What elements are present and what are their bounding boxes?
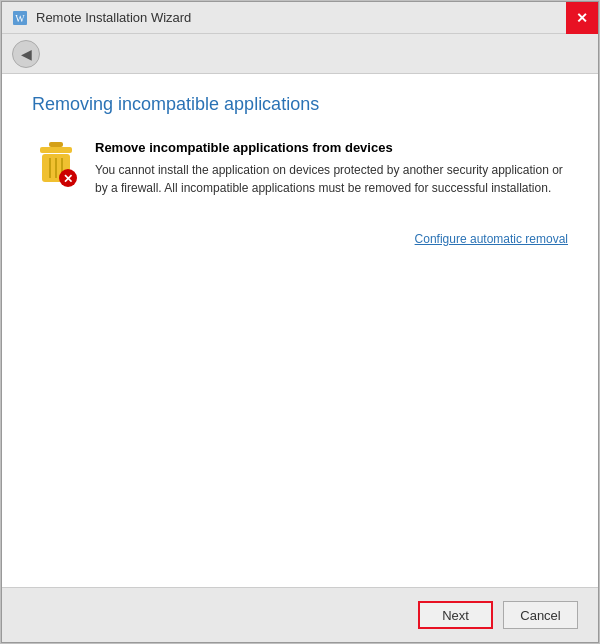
configure-link[interactable]: Configure automatic removal — [415, 232, 568, 246]
app-icon: ✕ — [32, 140, 80, 188]
content-area: Removing incompatible applications — [2, 74, 598, 587]
svg-text:✕: ✕ — [63, 172, 73, 186]
wizard-icon: W — [12, 10, 28, 26]
link-area: Configure automatic removal — [32, 232, 568, 246]
info-box: ✕ Remove incompatible applications from … — [32, 140, 568, 197]
title-bar-left: W Remote Installation Wizard — [12, 10, 191, 26]
info-desc: You cannot install the application on de… — [95, 161, 568, 197]
svg-text:W: W — [15, 13, 25, 24]
close-button[interactable]: ✕ — [566, 2, 598, 34]
nav-bar: ◀ — [2, 34, 598, 74]
main-window: W Remote Installation Wizard ✕ ◀ Removin… — [1, 1, 599, 643]
button-bar: Next Cancel — [2, 587, 598, 642]
svg-rect-3 — [40, 147, 72, 153]
page-title: Removing incompatible applications — [32, 94, 568, 115]
next-button[interactable]: Next — [418, 601, 493, 629]
spacer — [32, 246, 568, 567]
info-title: Remove incompatible applications from de… — [95, 140, 568, 155]
cancel-button[interactable]: Cancel — [503, 601, 578, 629]
info-text: Remove incompatible applications from de… — [95, 140, 568, 197]
window-title: Remote Installation Wizard — [36, 10, 191, 25]
back-button[interactable]: ◀ — [12, 40, 40, 68]
title-bar: W Remote Installation Wizard ✕ — [2, 2, 598, 34]
trash-icon: ✕ — [32, 140, 80, 188]
svg-rect-2 — [49, 142, 63, 147]
